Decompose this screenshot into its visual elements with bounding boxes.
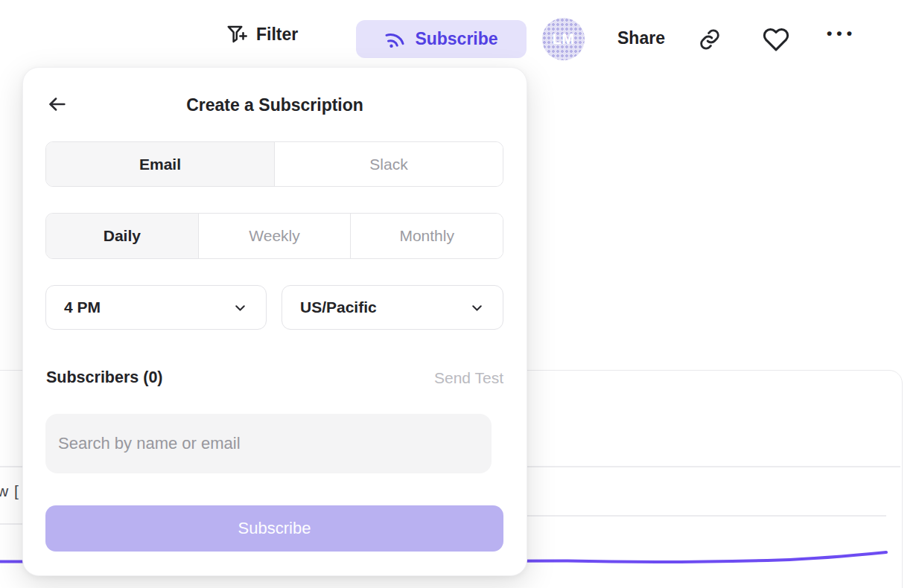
tab-daily[interactable]: Daily: [46, 214, 198, 258]
copy-link-button[interactable]: [697, 27, 722, 52]
tab-email[interactable]: Email: [46, 142, 274, 186]
create-subscription-modal: Create a Subscription Email Slack Daily …: [22, 67, 527, 576]
frequency-tab-group: Daily Weekly Monthly: [45, 213, 503, 259]
filter-button[interactable]: Filter: [226, 22, 298, 47]
tab-slack[interactable]: Slack: [274, 142, 503, 186]
subscribers-count-label: Subscribers (0): [46, 368, 163, 387]
filter-plus-icon: [226, 22, 248, 47]
chevron-down-icon: [469, 300, 485, 316]
subscriber-search-input[interactable]: [45, 414, 492, 473]
tab-monthly[interactable]: Monthly: [350, 214, 503, 258]
background-text-fragment: w [: [0, 482, 19, 500]
filter-label: Filter: [256, 25, 298, 45]
avatar-initials: LM: [553, 31, 575, 48]
avatar[interactable]: LM: [542, 18, 585, 60]
time-select[interactable]: 4 PM: [45, 285, 267, 330]
channel-tab-group: Email Slack: [45, 141, 503, 187]
tab-slack-label: Slack: [369, 156, 407, 173]
chevron-down-icon: [232, 300, 248, 316]
time-select-value: 4 PM: [64, 298, 101, 316]
link-icon: [697, 27, 722, 52]
chart-gridline: [0, 523, 24, 525]
subscribe-submit-button[interactable]: Subscribe: [45, 505, 503, 552]
timezone-select[interactable]: US/Pacific: [282, 285, 503, 330]
heart-icon: [763, 26, 789, 53]
share-button[interactable]: Share: [617, 28, 665, 48]
tab-monthly-label: Monthly: [399, 227, 454, 245]
share-label: Share: [617, 28, 665, 48]
modal-title: Create a Subscription: [23, 95, 527, 115]
subscribe-toolbar-label: Subscribe: [415, 29, 497, 49]
favorite-button[interactable]: [763, 26, 789, 53]
chart-gridline: [526, 515, 886, 517]
more-menu-button[interactable]: •••: [827, 25, 856, 42]
send-test-button[interactable]: Send Test: [434, 369, 503, 387]
subscribe-toolbar-button[interactable]: Subscribe: [356, 20, 527, 58]
timezone-select-value: US/Pacific: [300, 298, 377, 316]
tab-daily-label: Daily: [104, 227, 141, 245]
rss-icon: [382, 26, 408, 52]
ellipsis-icon: •••: [827, 25, 856, 42]
tab-email-label: Email: [139, 156, 181, 173]
tab-weekly[interactable]: Weekly: [198, 214, 351, 258]
tab-weekly-label: Weekly: [249, 227, 299, 245]
